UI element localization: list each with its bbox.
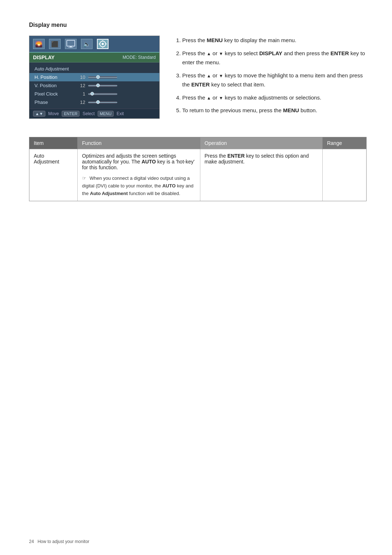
table-row-auto-adjustment: AutoAdjustment Optimizes and adjusts the… [29,149,366,201]
col-header-range: Range [322,137,366,149]
menu-items: Auto Adjustment H. Position 10 V. Positi… [29,62,159,109]
function-note: ☞ When you connect a digital video outpu… [82,175,195,197]
arrow-down-4: ▼ [219,94,223,102]
menu-item-phase: Phase 12 [29,98,159,106]
display-settings-table: Item Function Operation Range AutoAdjust… [29,137,366,201]
footer-page-number: 24 [29,539,34,544]
auto-adjustment-bold: Auto Adjustment [90,191,128,196]
menu-header: DISPLAY MODE: Standard [29,53,159,62]
auto-key-bold: AUTO [142,159,156,165]
hposition-value: 10 [74,74,85,80]
arrow-keys-btn: ▲▼ [33,111,45,117]
menu-icon-0: 🌄 [33,39,45,49]
svg-point-4 [102,43,104,45]
menu-title: DISPLAY [33,54,54,60]
instructions-list: Press the MENU key to display the main m… [174,36,367,115]
pixelclock-bar [88,93,154,95]
instruction-5: To return to the previous menu, press th… [182,106,367,115]
enter-key-btn: ENTER [62,111,79,117]
col-header-function: Function [78,137,200,149]
monitor-menu-screenshot: 🌄 ⬛ 🔈 DISPLAY MODE: Standard Auto Adjust… [29,36,160,119]
svg-rect-0 [67,40,75,46]
footer-text: How to adjust your monitor [37,539,89,544]
arrow-up-3: ▲ [207,72,211,80]
vposition-label: V. Position [34,83,74,88]
auto-key-bold-note: AUTO [162,183,176,189]
enter-key-op: ENTER [228,153,245,159]
menu-icon-2 [65,39,77,49]
menu-mode: MODE: Standard [123,55,156,60]
hposition-label: H. Position [34,74,74,80]
display-table: Item Function Operation Range AutoAdjust… [29,137,367,201]
cell-range-auto [322,149,366,201]
menu-item-hposition: H. Position 10 [29,73,159,81]
svg-rect-1 [70,46,72,47]
enter-key-3: ENTER [191,81,210,88]
menu-icon-4 [97,39,109,49]
section-title: Display menu [29,22,367,28]
display-key-2: DISPLAY [259,50,282,56]
instruction-4: Press the ▲ or ▼ keys to make adjustment… [182,93,367,102]
arrow-up-4: ▲ [207,94,211,102]
col-header-operation: Operation [200,137,322,149]
instruction-1: Press the MENU key to display the main m… [182,36,367,45]
cell-item-auto: AutoAdjustment [29,149,78,201]
menu-key-5: MENU [283,107,299,113]
hposition-slider [88,76,117,78]
vposition-bar [88,85,154,87]
instructions-section: Press the MENU key to display the main m… [174,36,367,119]
enter-key-2: ENTER [330,50,349,56]
menu-item-pixelclock: Pixel Clock 1 [29,90,159,98]
page-footer: 24 How to adjust your monitor [29,539,89,544]
menu-item-vposition: V. Position 12 [29,81,159,90]
hposition-bar [88,76,154,78]
menu-key-btn: MENU [98,111,114,117]
arrow-down-2: ▼ [219,50,223,57]
vposition-slider [88,85,117,87]
function-main-text: Optimizes and adjusts the screen setting… [82,153,195,170]
col-header-item: Item [29,137,78,149]
move-label: Move [48,111,59,116]
menu-key-1: MENU [207,37,223,43]
note-icon: ☞ [82,175,86,181]
cell-operation-auto: Press the ENTER key to select this optio… [200,149,322,201]
auto-adjustment-label: Auto Adjustment [34,66,74,72]
exit-label: Exit [117,111,124,116]
phase-bar [88,101,154,104]
phase-label: Phase [34,100,74,105]
select-label: Select [82,111,94,116]
menu-item-auto: Auto Adjustment [29,65,159,73]
pixelclock-value: 1 [74,91,85,97]
table-header-row: Item Function Operation Range [29,137,366,149]
vposition-value: 12 [74,83,85,88]
arrow-up-2: ▲ [207,50,211,57]
menu-icon-3: 🔈 [81,39,93,49]
arrow-down-3: ▼ [219,72,223,80]
pixelclock-slider [88,93,117,95]
svg-rect-2 [68,47,73,48]
phase-slider [88,101,117,104]
menu-icon-1: ⬛ [49,39,61,49]
phase-value: 12 [74,100,85,105]
instruction-2: Press the ▲ or ▼ keys to select DISPLAY … [182,49,367,67]
menu-footer: ▲▼ Move ENTER Select MENU Exit [29,109,159,118]
menu-icons-bar: 🌄 ⬛ 🔈 [29,36,159,53]
cell-function-auto: Optimizes and adjusts the screen setting… [78,149,200,201]
pixelclock-label: Pixel Clock [34,91,74,97]
instruction-3: Press the ▲ or ▼ keys to move the highli… [182,71,367,89]
